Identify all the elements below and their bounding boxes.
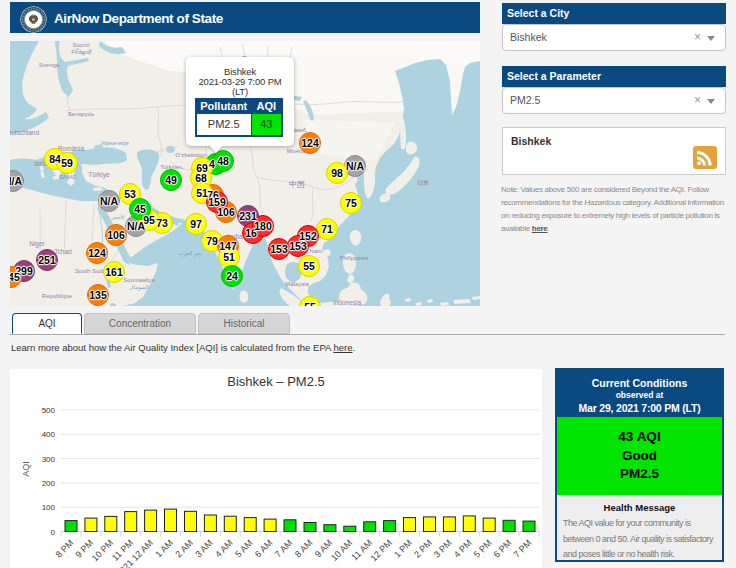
svg-text:AQI: AQI — [21, 461, 31, 477]
svg-text:500: 500 — [42, 406, 56, 415]
svg-text:400: 400 — [42, 430, 56, 439]
svg-text:100: 100 — [42, 503, 56, 512]
svg-text:0: 0 — [51, 528, 56, 537]
svg-text:200: 200 — [42, 479, 56, 488]
svg-text:300: 300 — [42, 455, 56, 464]
svg-text:Bishkek – PM2.5: Bishkek – PM2.5 — [227, 374, 325, 389]
